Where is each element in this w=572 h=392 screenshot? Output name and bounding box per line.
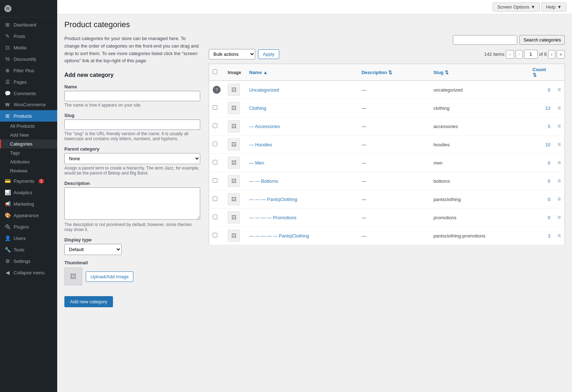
category-count-link[interactable]: 0 [548,160,550,166]
category-count-link[interactable]: 5 [548,124,550,129]
row-checkbox[interactable] [213,196,217,201]
category-name-link[interactable]: — Men [249,160,264,166]
search-categories-input[interactable] [453,35,517,45]
drag-handle-icon[interactable]: ≡ [558,123,561,129]
row-checkbox[interactable] [213,233,217,237]
category-name-link[interactable]: — Hoodies [249,142,272,147]
category-description: — [358,227,430,245]
main-content: Screen Options ▼ Help ▼ Product categori… [57,0,572,392]
sidebar-item-discountify[interactable]: % Discountify [0,53,57,65]
sidebar-collapse-menu[interactable]: ◀ Collapse menu [0,267,57,278]
apply-button[interactable]: Apply [258,49,279,59]
sidebar-item-products[interactable]: ⊞ Products [0,110,57,122]
row-checkbox[interactable] [213,178,217,183]
thumbnail-label: Thumbnail [64,260,200,265]
question-icon[interactable]: ? [213,86,221,94]
drag-handle-icon[interactable]: ≡ [558,105,561,111]
search-categories-button[interactable]: Search categories [519,35,565,45]
sidebar-item-payments[interactable]: 💳 Payments 1 [0,175,57,187]
count-sort-link[interactable]: Count ⇅ [533,67,546,78]
upload-image-button[interactable]: Upload/Add image [86,271,133,282]
category-name-link[interactable]: — — — — Promotions [249,215,296,220]
slug-sort-link[interactable]: Slug ⇅ [433,70,449,75]
image-icon: 🖼 [70,273,77,280]
row-checkbox[interactable] [213,123,217,128]
submenu-all-products[interactable]: All Products [0,122,57,131]
sidebar-item-media[interactable]: ⊡ Media [0,42,57,53]
next-page-button[interactable]: › [548,50,555,59]
category-name-link[interactable]: — Accessories [249,124,280,129]
description-input[interactable] [64,187,200,220]
count-column-header[interactable]: Count ⇅ [529,64,554,81]
drag-handle-icon[interactable]: ≡ [558,141,561,147]
category-name-link[interactable]: — — — Pants|Clothing [249,197,297,202]
submenu-tags[interactable]: Tags [0,148,57,157]
parent-category-select[interactable]: None [64,153,200,164]
drag-handle-icon[interactable]: ≡ [558,214,561,220]
category-slug: pantsclothing-promotions [430,227,529,245]
drag-handle-icon[interactable]: ≡ [558,87,561,93]
bulk-actions-select[interactable]: Bulk actions [209,49,255,59]
sidebar-item-marketing[interactable]: 📢 Marketing [0,198,57,210]
drag-column-header [554,64,565,81]
sidebar-item-analytics[interactable]: 📊 Analytics [0,187,57,198]
category-count-link[interactable]: 10 [545,142,550,147]
row-checkbox[interactable] [213,142,217,146]
display-type-select[interactable]: Default Products Subcategories Both [64,244,122,255]
page-number-input[interactable] [524,50,538,59]
slug-column-header[interactable]: Slug ⇅ [430,64,529,81]
products-icon: ⊞ [4,113,11,119]
category-count-link[interactable]: 0 [548,197,550,202]
sidebar-item-woocommerce[interactable]: W WooCommerce [0,99,57,110]
category-count-link[interactable]: 0 [548,215,550,220]
drag-handle-icon[interactable]: ≡ [558,178,561,184]
screen-options-button[interactable]: Screen Options ▼ [493,3,540,11]
sidebar-item-tools[interactable]: 🔧 Tools [0,244,57,255]
help-button[interactable]: Help ▼ [541,3,566,11]
category-count-link[interactable]: 0 [548,178,550,184]
sidebar-item-pages[interactable]: ☰ Pages [0,76,57,88]
submenu-attributes[interactable]: Attributes [0,157,57,166]
drag-handle-icon[interactable]: ≡ [558,196,561,202]
sidebar-item-filter-plus[interactable]: ⊕ Filter Plus [0,65,57,76]
prev-page-button[interactable]: ‹ [516,50,523,59]
name-sort-link[interactable]: Name ▲ [249,70,268,75]
sidebar-item-dashboard[interactable]: ⊞ Dashboard [0,19,57,30]
sidebar-item-posts[interactable]: ✎ Posts [0,30,57,42]
sidebar-item-appearance[interactable]: 🎨 Appearance [0,210,57,221]
category-count-link[interactable]: 0 [548,87,550,93]
products-submenu: All Products Add New Categories Tags Att… [0,122,57,175]
sidebar-item-comments[interactable]: 💬 Comments [0,88,57,99]
description-sort-link[interactable]: Description ⇅ [361,70,392,75]
tools-icon: 🔧 [4,247,11,253]
category-name-link[interactable]: — — Bottoms [249,178,278,184]
name-group: Name The name is how it appears on your … [64,84,200,108]
submenu-categories[interactable]: Categories [0,139,57,148]
select-all-checkbox[interactable] [213,69,217,74]
table-row: 🖼— — — Pants|Clothing—pantsclothing0≡ [209,190,565,209]
sidebar-item-users[interactable]: 👤 Users [0,232,57,244]
category-name-link[interactable]: Uncategorized [249,87,279,93]
category-name-link[interactable]: — — — — — Pants|Clothing [249,233,309,239]
slug-input[interactable] [64,119,200,130]
row-checkbox[interactable] [213,105,217,110]
category-name-link[interactable]: Clothing [249,106,266,111]
category-count-link[interactable]: 13 [545,106,550,111]
name-input[interactable] [64,91,200,101]
row-checkbox[interactable] [213,215,217,219]
last-page-button[interactable]: » [557,50,565,59]
categories-table: Image Name ▲ Description ⇅ [209,64,565,245]
sidebar-item-settings[interactable]: ⚙ Settings [0,255,57,267]
drag-handle-icon[interactable]: ≡ [558,160,561,166]
name-column-header[interactable]: Name ▲ [246,64,358,81]
row-checkbox[interactable] [213,160,217,165]
sidebar-item-plugins[interactable]: 🔌 Plugins [0,221,57,232]
category-count-link[interactable]: 3 [548,233,550,239]
submenu-reviews[interactable]: Reviews [0,166,57,175]
description-column-header[interactable]: Description ⇅ [358,64,430,81]
table-row: 🖼— Men—men0≡ [209,154,565,172]
submenu-add-new[interactable]: Add New [0,131,57,139]
add-new-category-button[interactable]: Add new category [64,296,113,307]
drag-handle-icon[interactable]: ≡ [558,232,561,239]
first-page-button[interactable]: « [506,50,514,59]
